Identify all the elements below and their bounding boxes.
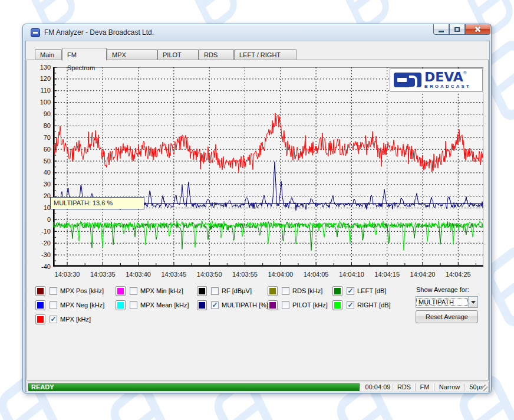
- tab-fm-spectrum[interactable]: FM Spectrum: [62, 48, 107, 61]
- legend-mpx-mean: MPX Mean [kHz]: [116, 300, 189, 310]
- x-tick-label: 14:03:50: [192, 271, 226, 278]
- y-tick-label: -10: [31, 228, 51, 235]
- legend-multipath: ✓ MULTIPATH [%]: [197, 300, 268, 310]
- color-swatch[interactable]: [35, 300, 45, 310]
- maximize-button[interactable]: [449, 24, 465, 35]
- legend-mpx-pos: MPX Pos [kHz]: [35, 286, 104, 296]
- x-tick-label: 14:04:00: [263, 271, 298, 278]
- app-icon: [31, 28, 40, 37]
- y-tick-label: 100: [31, 99, 51, 106]
- y-tick-label: 110: [31, 87, 51, 94]
- x-tick-label: 14:04:20: [406, 271, 440, 278]
- checkbox-rf[interactable]: [211, 287, 219, 295]
- y-tick-label: 90: [31, 110, 51, 117]
- x-tick-label: 14:03:45: [157, 271, 191, 278]
- logo-subtitle: BROADCAST: [424, 84, 471, 89]
- legend-mpx-neg: MPX Neg [kHz]: [35, 300, 104, 310]
- y-tick-label: 80: [31, 122, 51, 129]
- y-tick-label: 120: [31, 75, 51, 82]
- chart-tooltip: MULTIPATH: 13.6 %: [50, 197, 144, 209]
- maximize-icon: [454, 27, 460, 32]
- checkbox-rds[interactable]: [282, 287, 289, 295]
- status-rds: RDS: [393, 383, 415, 391]
- color-swatch[interactable]: [116, 300, 126, 310]
- tab-left-right-level[interactable]: LEFT / RIGHT Level: [234, 49, 296, 60]
- status-ready: READY: [28, 383, 360, 391]
- tab-mpx-deviation[interactable]: MPX Deviation: [107, 49, 157, 60]
- checkbox-mpx-mean[interactable]: [130, 301, 137, 309]
- checkbox-mpx-min[interactable]: [130, 287, 137, 295]
- color-swatch[interactable]: [35, 314, 45, 324]
- resize-grip[interactable]: [481, 385, 487, 391]
- status-bar: READY 00:04:09 RDS FM Narrow 50µs: [27, 382, 489, 392]
- logo-name: DEVA: [424, 70, 463, 84]
- color-swatch[interactable]: [35, 286, 45, 296]
- legend-rds: RDS [kHz]: [268, 286, 322, 296]
- reset-average-button[interactable]: Reset Average: [416, 310, 478, 323]
- y-tick-label: -40: [31, 263, 51, 270]
- legend-rf: RF [dBµV]: [197, 286, 252, 296]
- show-average-select[interactable]: MULTIPATH: [416, 296, 478, 308]
- checkbox-mpx-pos[interactable]: [50, 287, 57, 295]
- deva-db-icon: [394, 73, 421, 87]
- window-title: FM Analyzer - Deva Broadcast Ltd.: [44, 28, 154, 37]
- checkbox-left[interactable]: ✓: [347, 287, 354, 295]
- status-bandwidth: Narrow: [434, 383, 464, 391]
- tab-rds-level[interactable]: RDS Level: [199, 49, 234, 60]
- x-tick-label: 14:04:25: [441, 271, 475, 278]
- close-button[interactable]: [465, 24, 490, 35]
- deva-broadcast-logo: DEVA® BROADCAST: [390, 68, 483, 91]
- status-fm: FM: [415, 383, 434, 391]
- legend-mpx-min: MPX Min [kHz]: [116, 286, 183, 296]
- minimize-icon: [439, 31, 444, 32]
- y-tick-label: 40: [31, 169, 51, 176]
- x-tick-label: 14:04:15: [370, 271, 404, 278]
- legend-mpx: ✓ MPX [kHz]: [35, 314, 91, 324]
- spectrum-chart[interactable]: 1301201101009080706050403020100-10-20-30…: [53, 67, 483, 267]
- y-tick-label: 130: [31, 64, 51, 71]
- tab-pilot-level[interactable]: PILOT Level: [157, 49, 199, 60]
- x-tick-label: 14:04:10: [334, 271, 368, 278]
- minimize-button[interactable]: [433, 24, 449, 35]
- y-tick-label: -30: [31, 251, 51, 258]
- y-tick-label: 30: [31, 181, 51, 188]
- x-tick-label: 14:03:40: [121, 271, 156, 278]
- color-swatch[interactable]: [332, 286, 342, 296]
- y-tick-label: 60: [31, 146, 51, 153]
- y-tick-label: 70: [31, 134, 51, 141]
- chevron-down-icon[interactable]: [468, 297, 477, 307]
- y-tick-label: 20: [31, 192, 51, 199]
- y-tick-label: 50: [31, 158, 51, 165]
- x-tick-label: 14:03:55: [228, 271, 262, 278]
- title-bar[interactable]: FM Analyzer - Deva Broadcast Ltd.: [23, 24, 491, 41]
- color-swatch[interactable]: [268, 286, 278, 296]
- checkbox-pilot[interactable]: [282, 301, 289, 309]
- show-average-label: Show Average for:: [416, 286, 469, 293]
- checkbox-multipath[interactable]: ✓: [211, 301, 219, 309]
- checkbox-mpx-neg[interactable]: [50, 301, 57, 309]
- fm-spectrum-page: 1301201101009080706050403020100-10-20-30…: [27, 60, 489, 380]
- legend-pilot: PILOT [kHz]: [268, 300, 328, 310]
- close-icon: [475, 26, 481, 32]
- x-tick-label: 14:03:30: [50, 271, 84, 278]
- logo-registered-mark: ®: [463, 70, 467, 76]
- color-swatch[interactable]: [332, 300, 342, 310]
- color-swatch[interactable]: [197, 286, 207, 296]
- y-tick-label: 0: [31, 216, 51, 223]
- color-swatch[interactable]: [197, 300, 207, 310]
- y-tick-label: -20: [31, 239, 51, 247]
- x-tick-label: 14:04:05: [299, 271, 333, 278]
- status-elapsed-time: 00:04:09: [363, 383, 393, 391]
- checkbox-right[interactable]: ✓: [347, 301, 354, 309]
- x-tick-label: 14:03:35: [85, 271, 120, 278]
- color-swatch[interactable]: [116, 286, 126, 296]
- tab-main[interactable]: Main: [35, 49, 62, 60]
- chart-plot[interactable]: [53, 67, 483, 267]
- legend-left: ✓ LEFT [dB]: [332, 286, 386, 296]
- y-tick-label: 10: [31, 204, 51, 211]
- checkbox-mpx[interactable]: ✓: [50, 316, 57, 323]
- legend-right: ✓ RIGHT [dB]: [332, 300, 391, 310]
- app-window: FM Analyzer - Deva Broadcast Ltd. Main F…: [22, 24, 492, 393]
- color-swatch[interactable]: [268, 300, 278, 310]
